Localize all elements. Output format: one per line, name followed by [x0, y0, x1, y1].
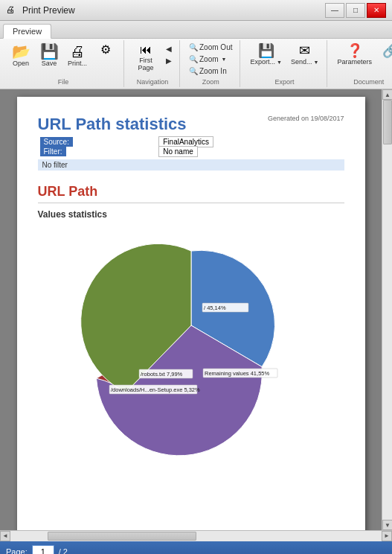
zoom-button[interactable]: 🔍 Zoom ▼: [186, 54, 230, 65]
file-buttons: 📂 Open 💾 Save 🖨 Print... ⚙: [7, 42, 119, 77]
document-group-label: Document: [353, 78, 384, 86]
label-text-2: Remaining values 41,55%: [205, 370, 269, 377]
no-filter-row: No filter: [38, 159, 344, 171]
export-button[interactable]: 💾 Export...▼: [246, 42, 285, 68]
print-label: Print...: [68, 60, 87, 67]
maximize-button[interactable]: □: [346, 3, 365, 18]
filter-row: Filter: No name: [38, 147, 344, 156]
zoom-out-icon: 🔍: [189, 43, 198, 51]
label-text-3: /robots.txt 7,99%: [141, 371, 183, 378]
ribbon-group-export: 💾 Export...▼ ✉ Send...▼ Export: [242, 40, 327, 87]
parameters-label: Parameters: [337, 58, 372, 66]
settings-button[interactable]: ⚙: [92, 42, 119, 59]
values-label: Values statistics: [38, 209, 344, 220]
save-icon: 💾: [40, 44, 59, 59]
vertical-scrollbar[interactable]: ▲ ▼: [382, 89, 392, 530]
ribbon-group-navigation: ⏮ FirstPage ◀ ▶ Navigation: [126, 40, 180, 87]
open-label: Open: [13, 60, 29, 67]
zoom-in-icon: 🔍: [189, 67, 198, 75]
first-page-icon: ⏮: [140, 44, 152, 56]
zoom-out-button[interactable]: 🔍 Zoom Out: [186, 42, 235, 53]
export-icon: 💾: [258, 44, 274, 57]
navigation-group-label: Navigation: [137, 78, 169, 86]
horizontal-scrollbar[interactable]: ◄ ►: [0, 530, 392, 541]
filter-value: No name: [158, 146, 198, 157]
next-page-button[interactable]: ▶: [163, 55, 175, 66]
scroll-right-button[interactable]: ►: [382, 531, 392, 541]
zoom-out-label: Zoom Out: [199, 43, 232, 51]
prev-page-button[interactable]: ◀: [163, 43, 175, 54]
open-icon: 📂: [12, 44, 30, 59]
section-divider: [38, 203, 344, 203]
zoom-in-label: Zoom In: [199, 67, 227, 75]
save-label: Save: [42, 60, 57, 67]
title-bar: 🖨 Print Preview — □ ✕: [0, 0, 392, 21]
open-button[interactable]: 📂 Open: [7, 42, 34, 69]
save-button[interactable]: 💾 Save: [36, 42, 62, 69]
send-button[interactable]: ✉ Send...▼: [287, 42, 322, 68]
print-icon: 🖨: [70, 44, 85, 59]
scroll-thumb[interactable]: [383, 100, 392, 144]
zoom-dropdown-arrow: ▼: [222, 57, 227, 62]
print-button[interactable]: 🖨 Print...: [64, 42, 91, 69]
page-total: / 2: [59, 547, 68, 555]
scroll-track[interactable]: [382, 100, 392, 520]
content-area: URL Path statistics Generated on 19/08/2…: [0, 89, 392, 530]
send-icon: ✉: [299, 44, 310, 57]
page-scroll-area[interactable]: URL Path statistics Generated on 19/08/2…: [0, 89, 382, 530]
settings-icon: ⚙: [100, 44, 111, 56]
page-number-input[interactable]: [32, 545, 54, 555]
document-buttons: ❓ Parameters 🔗: [333, 42, 392, 77]
status-bar: Page: / 2: [0, 541, 392, 554]
ribbon-group-document: ❓ Parameters 🔗 Document: [329, 40, 392, 87]
info-table: Source: FinalAnalytics Filter: No name: [38, 137, 344, 156]
scroll-up-button[interactable]: ▲: [382, 89, 392, 100]
zoom-icon: 🔍: [189, 55, 198, 63]
send-label: Send...▼: [291, 58, 318, 66]
scroll-left-button[interactable]: ◄: [0, 531, 10, 541]
parameters-button[interactable]: ❓ Parameters: [333, 42, 376, 68]
document-link-icon: 🔗: [382, 44, 392, 57]
window-title: Print Preview: [22, 5, 325, 16]
h-scroll-track[interactable]: [10, 531, 382, 541]
nav-buttons: ⏮ FirstPage ◀ ▶: [130, 42, 175, 77]
ribbon-group-zoom: 🔍 Zoom Out 🔍 Zoom ▼ 🔍 Zoom In Zoom: [181, 40, 240, 87]
filter-label: Filter:: [40, 147, 66, 156]
close-button[interactable]: ✕: [367, 3, 386, 18]
minimize-button[interactable]: —: [325, 3, 344, 18]
file-group-label: File: [58, 78, 69, 86]
source-label: Source:: [40, 137, 73, 147]
zoom-in-button[interactable]: 🔍 Zoom In: [186, 66, 230, 77]
ribbon-group-file: 📂 Open 💾 Save 🖨 Print... ⚙ File: [3, 40, 124, 87]
first-page-label: FirstPage: [138, 57, 154, 71]
h-scroll-thumb[interactable]: [48, 532, 196, 541]
label-text-1: / 45,14%: [204, 305, 226, 311]
page-preview: URL Path statistics Generated on 19/08/2…: [17, 97, 365, 530]
page-label: Page:: [6, 547, 28, 555]
export-label: Export...▼: [250, 58, 281, 66]
document-link-button[interactable]: 🔗: [377, 42, 392, 60]
zoom-label: Zoom: [199, 55, 219, 63]
window-icon: 🖨: [6, 4, 18, 16]
zoom-buttons: 🔍 Zoom Out 🔍 Zoom ▼ 🔍 Zoom In: [186, 42, 235, 77]
parameters-icon: ❓: [347, 44, 363, 57]
tab-preview[interactable]: Preview: [3, 24, 51, 39]
zoom-group-label: Zoom: [202, 78, 219, 86]
ribbon-toolbar: 📂 Open 💾 Save 🖨 Print... ⚙ File ⏮ FirstP…: [0, 39, 392, 89]
section-title: URL Path: [38, 184, 344, 200]
export-buttons: 💾 Export...▼ ✉ Send...▼: [246, 42, 322, 77]
chart-container: / 45,14% Remaining values 41,55% /robots…: [38, 229, 344, 422]
export-group-label: Export: [274, 78, 294, 86]
pie-chart: / 45,14% Remaining values 41,55% /robots…: [65, 229, 318, 422]
label-text-4: /downloads/H...en-Setup.exe 5,32%: [111, 386, 200, 393]
ribbon-tabs: Preview: [0, 21, 392, 39]
scroll-down-button[interactable]: ▼: [382, 520, 392, 530]
first-page-button[interactable]: ⏮ FirstPage: [130, 42, 161, 74]
report-date: Generated on 19/08/2017: [268, 115, 344, 122]
window-controls: — □ ✕: [325, 3, 386, 18]
